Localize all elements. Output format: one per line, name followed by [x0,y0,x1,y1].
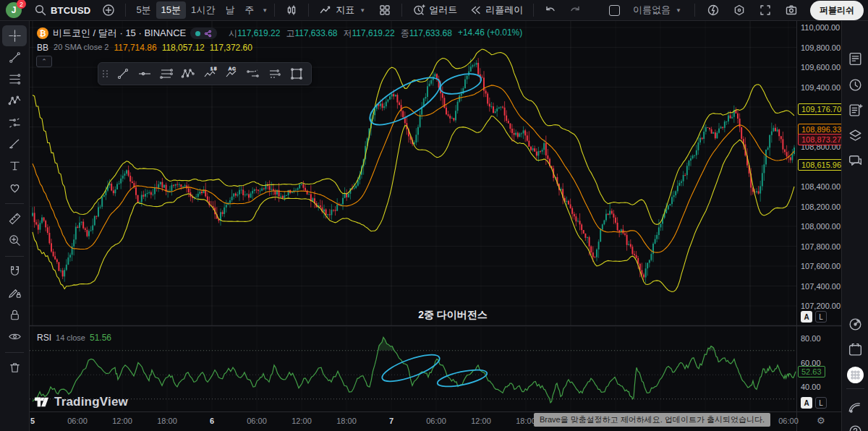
alertclock-sidebar-button[interactable] [847,77,864,93]
timezone-gear-icon[interactable]: ⚙ [817,415,825,426]
ohlc-item: 저117,619.22 [344,27,395,40]
trash-tool-button[interactable] [2,357,27,378]
forecast-tool-button[interactable] [2,112,27,133]
ohlc-item: +14.46 (+0.01%) [458,27,522,40]
quick-actions-button[interactable] [702,1,725,19]
zoomin-tool-button[interactable] [2,230,27,251]
interval-주[interactable]: 주 [239,1,259,19]
undo-button[interactable] [539,1,562,19]
indicators-button[interactable]: 지표 ▼ [314,1,372,19]
ftwosegdot-icon [267,66,283,82]
interval-15분[interactable]: 15분 [156,1,186,19]
main-pane-buttons: A L [801,311,827,323]
browser-update-toast[interactable]: Brave을 맞춤설정하고 제어하세요. 업데이트가 출시되었습니다. [534,413,770,427]
apps-sidebar-button[interactable] [847,367,864,383]
text-tool-button[interactable] [2,155,27,176]
user-menu[interactable]: J 2 [6,2,22,18]
time-label: 5 [30,417,48,425]
save-square-icon [609,5,620,16]
twoseg-drawing-button[interactable] [243,65,263,82]
divergence-annotation-text[interactable]: 2중 다이버전스 [406,309,500,322]
layout-name-button[interactable]: 이름없음 ▼ [628,1,688,19]
eye-tool-button[interactable] [2,326,27,347]
alert-button[interactable]: 얼러트 [407,1,462,19]
fhray-icon [137,66,153,82]
layers-icon [847,127,864,144]
twosegdot-drawing-button[interactable] [265,65,285,82]
crosshair-tool-button[interactable] [2,25,27,46]
separator [125,4,126,17]
elliott-drawing-button[interactable]: 1 5 [200,65,220,82]
trendline-tool-button[interactable] [2,47,27,68]
target-sidebar-button[interactable] [847,316,864,333]
compare-add-button[interactable] [97,1,120,19]
channel-drawing-button[interactable] [156,65,176,82]
interval-날[interactable]: 날 [220,1,239,19]
chat-icon [847,153,864,169]
interval-group: 5분15분1시간날주 [131,1,259,19]
settings-button[interactable] [728,1,751,19]
chat-sidebar-button[interactable] [847,153,864,169]
hray-drawing-button[interactable] [135,65,155,82]
chart-region[interactable]: ₿ 비트코인 / 달러 · 15 · BINANCE 시117,619.22고1… [30,21,841,431]
fxabcd-icon [180,66,196,82]
snapshot-button[interactable] [780,1,803,19]
layers-sidebar-button[interactable] [847,127,864,144]
time-label: 06:00 [773,417,804,425]
calendar-sidebar-button[interactable] [847,341,864,358]
legend-collapse-button[interactable]: ⌃ [36,56,52,67]
indicators-icon [319,4,332,17]
abc-drawing-button[interactable]: A C [221,65,242,82]
bb-lower-value: 117,372.60 [210,43,252,53]
symbol-title[interactable]: 비트코인 / 달러 · 15 · BINANCE [53,27,186,40]
rsi-legend[interactable]: RSI 14 close 51.56 [37,333,111,343]
separator [308,4,309,17]
symbol-search-button[interactable]: BTCUSD [29,1,95,19]
signal-sidebar-button[interactable] [847,398,864,415]
lock-icon [7,307,22,323]
redo-button[interactable] [563,1,587,19]
symbol-legend[interactable]: ₿ 비트코인 / 달러 · 15 · BINANCE 시117,619.22고1… [37,27,522,40]
rect-drawing-button[interactable] [286,65,307,82]
rsi-log-scale-button[interactable]: L [815,397,827,409]
camera-icon [785,4,798,17]
rsi-params: 14 close [56,333,85,342]
rsi-pane-buttons: A L [801,397,827,409]
magnet-tool-button[interactable] [2,261,27,282]
pattern-tool-button[interactable] [2,90,27,111]
market-status-pill[interactable] [190,27,217,39]
undo-icon [544,4,557,17]
indicators-caret-icon[interactable]: ▼ [358,7,367,14]
ruler-tool-button[interactable] [2,208,27,229]
ideas-sidebar-button[interactable] [847,102,864,119]
interval-5분[interactable]: 5분 [131,1,156,19]
fullscreen-button[interactable] [754,1,777,19]
fib-tool-button[interactable] [2,69,27,90]
floating-drawing-toolbar[interactable]: 1 5A C [98,62,312,85]
lock-tool-button[interactable] [2,304,27,325]
auto-scale-button[interactable]: A [801,311,812,323]
trend-drawing-button[interactable] [113,65,133,82]
publish-button[interactable]: 퍼블리쉬 [810,1,864,20]
time-label: 7 [375,417,407,425]
brush-tool-button[interactable] [2,134,27,155]
ohlc-values: 시117,619.22고117,633.68저117,619.22종117,63… [229,27,522,40]
rsi-auto-scale-button[interactable]: A [801,397,812,409]
log-scale-button[interactable]: L [815,311,827,323]
drag-handle[interactable] [103,70,109,77]
replay-button[interactable]: 리플레이 [464,1,528,19]
help-sidebar-button[interactable] [847,423,864,431]
xabcd-drawing-button[interactable] [178,65,198,82]
save-layout-button[interactable] [604,3,625,18]
drawlock-tool-button[interactable] [2,283,27,304]
heart-tool-button[interactable] [2,177,27,198]
interval-1시간[interactable]: 1시간 [186,1,220,19]
watchlist-sidebar-button[interactable] [847,51,864,67]
interval-caret-icon[interactable]: ▼ [260,7,269,14]
layout-grid-button[interactable] [373,1,396,19]
chart-style-button[interactable] [280,1,303,19]
heart-icon [7,180,22,195]
frect-icon [289,66,305,82]
bb-legend[interactable]: BB 20 SMA close 2 117,714.86 118,057.12 … [37,43,252,53]
bb-title: BB [37,43,48,53]
